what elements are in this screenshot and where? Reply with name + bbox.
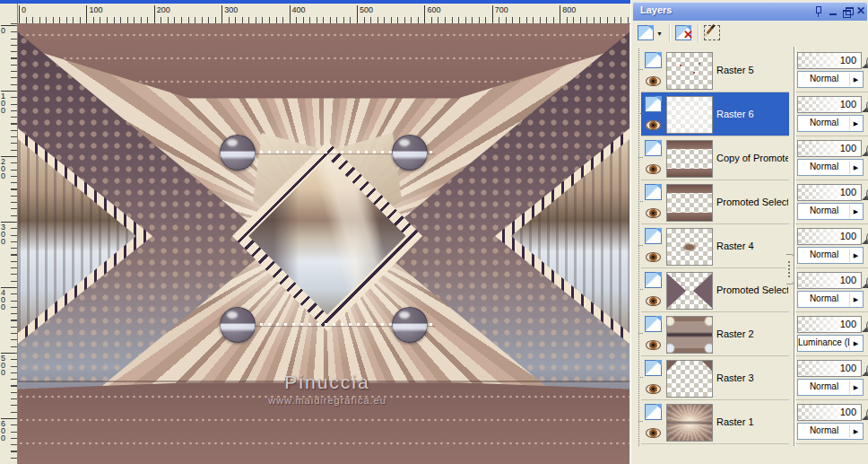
opacity-slider[interactable]: 100 — [797, 360, 862, 377]
blend-mode-value: Normal — [798, 250, 850, 259]
layer-row[interactable]: Raster 3 — [641, 356, 789, 400]
opacity-slider[interactable]: 100 — [797, 272, 862, 289]
layer-thumbnail[interactable] — [666, 360, 713, 398]
opacity-slider[interactable]: 100 — [797, 96, 862, 113]
layer-name-label: Raster 6 — [716, 92, 788, 136]
glass-sphere-ornament — [220, 307, 256, 343]
ruler-label: 3 0 0 — [1, 222, 15, 245]
layer-control-row: 100Normal▶ — [795, 92, 868, 136]
layer-visibility-eye-icon[interactable] — [646, 208, 661, 218]
blend-mode-arrow-icon[interactable]: ▶ — [849, 337, 862, 350]
palette-toolbar: ▼ ✕ — [633, 22, 867, 46]
opacity-value: 100 — [840, 55, 856, 66]
blend-mode-arrow-icon[interactable]: ▶ — [849, 73, 862, 86]
layer-controls-column: 100Normal▶100Normal▶100Normal▶100Normal▶… — [795, 48, 868, 446]
layer-thumbnail[interactable] — [666, 52, 713, 90]
blend-mode-select[interactable]: Normal▶ — [797, 247, 864, 264]
delete-x-glyph: ✕ — [683, 28, 693, 41]
opacity-slider[interactable]: 100 — [797, 184, 862, 201]
blend-mode-select[interactable]: Normal▶ — [797, 423, 864, 440]
toolbar-separator — [698, 24, 699, 42]
layer-name-label: Raster 1 — [716, 400, 788, 443]
blend-mode-arrow-icon[interactable]: ▶ — [849, 249, 862, 262]
layer-control-row: 100Normal▶ — [795, 400, 868, 444]
layer-name-label: Raster 3 — [716, 356, 788, 399]
pin-icon[interactable] — [812, 5, 824, 18]
layer-visibility-eye-icon[interactable] — [646, 120, 661, 130]
opacity-value: 100 — [840, 363, 856, 373]
ruler-label: 200 — [154, 5, 170, 22]
blend-mode-arrow-icon[interactable]: ▶ — [849, 381, 862, 394]
layer-visibility-eye-icon[interactable] — [646, 428, 661, 438]
opacity-slider[interactable]: 100 — [797, 140, 862, 157]
opacity-slider[interactable]: 100 — [797, 316, 862, 333]
blend-mode-arrow-icon[interactable]: ▶ — [849, 205, 862, 218]
layer-row[interactable]: Raster 1 — [641, 400, 789, 444]
chevron-down-icon[interactable]: ▼ — [656, 31, 663, 37]
layer-thumbnail[interactable] — [666, 140, 713, 178]
blend-mode-select[interactable]: Normal▶ — [797, 203, 864, 220]
layer-row[interactable]: Raster 4 — [641, 224, 789, 268]
edit-selection-button[interactable] — [703, 23, 726, 44]
layer-thumbnail[interactable] — [666, 184, 713, 222]
layer-visibility-eye-icon[interactable] — [646, 340, 661, 350]
image-canvas[interactable]: Pinuccia www.maidiregrafica.eu — [18, 23, 629, 464]
tree-guide — [638, 245, 643, 246]
tree-guide — [638, 289, 643, 290]
close-icon[interactable]: ✕ — [855, 5, 867, 18]
tree-guide — [638, 69, 643, 70]
layer-visibility-eye-icon[interactable] — [646, 252, 661, 262]
blend-mode-select[interactable]: Normal▶ — [797, 379, 864, 396]
layer-thumbnail[interactable] — [666, 228, 713, 266]
opacity-slider[interactable]: 100 — [797, 52, 862, 69]
new-layer-button[interactable]: ▼ — [637, 23, 660, 44]
blend-mode-arrow-icon[interactable]: ▶ — [849, 293, 862, 306]
blend-mode-arrow-icon[interactable]: ▶ — [849, 425, 862, 438]
ruler-label: 0 — [19, 5, 26, 22]
opacity-value: 100 — [840, 231, 856, 241]
layer-visibility-eye-icon[interactable] — [646, 76, 661, 86]
layer-row[interactable]: Promoted Selection 1 — [641, 268, 789, 312]
blend-mode-select[interactable]: Normal▶ — [797, 159, 864, 176]
splitter-grip[interactable] — [786, 254, 794, 285]
blend-mode-select[interactable]: Luminance (L)▶ — [797, 335, 864, 352]
layer-thumbnail[interactable] — [666, 316, 713, 354]
app-root: { "window": { "top_strip_color": "#2a5ad… — [0, 0, 868, 464]
layer-row[interactable]: Raster 5 — [641, 48, 789, 92]
delete-layer-button[interactable]: ✕ — [674, 23, 698, 44]
ruler-label: 500 — [357, 5, 373, 22]
tree-guide — [638, 157, 643, 158]
ruler-minor-ticks — [18, 17, 630, 23]
layer-visibility-eye-icon[interactable] — [646, 384, 661, 394]
palette-titlebar[interactable]: Layers ✕ — [633, 2, 867, 21]
blend-mode-value: Normal — [798, 74, 850, 83]
layer-thumbnail[interactable] — [666, 96, 713, 134]
layer-thumbnail[interactable] — [666, 404, 713, 442]
restore-icon[interactable] — [842, 5, 854, 18]
ruler-label: 0 — [1, 25, 15, 34]
layer-row[interactable]: Raster 2 — [641, 312, 789, 356]
layer-thumbnail[interactable] — [666, 272, 713, 310]
layer-name-label: Promoted Selection 1 — [716, 268, 788, 311]
vertical-ruler[interactable]: 01 0 02 0 03 0 04 0 05 0 06 0 0 — [0, 23, 18, 464]
blend-mode-value: Normal — [798, 293, 850, 303]
layer-row[interactable]: Raster 6 — [641, 92, 789, 136]
blend-mode-select[interactable]: Normal▶ — [797, 115, 864, 132]
blend-mode-select[interactable]: Normal▶ — [797, 71, 864, 88]
blend-mode-arrow-icon[interactable]: ▶ — [849, 117, 862, 130]
layer-row[interactable]: Copy of Promoted S — [641, 136, 789, 180]
blend-mode-value: Normal — [798, 206, 850, 215]
opacity-slider[interactable]: 100 — [797, 228, 862, 245]
layer-control-row: 100Luminance (L)▶ — [795, 312, 868, 356]
opacity-value: 100 — [840, 319, 856, 329]
opacity-value: 100 — [840, 275, 856, 285]
blend-mode-select[interactable]: Normal▶ — [797, 291, 864, 308]
layer-type-icon — [645, 404, 662, 420]
blend-mode-arrow-icon[interactable]: ▶ — [849, 161, 862, 174]
layer-row[interactable]: Promoted Selection — [641, 180, 789, 224]
horizontal-ruler[interactable]: 0100200300400500600700800 — [17, 4, 630, 24]
opacity-slider[interactable]: 100 — [797, 404, 862, 421]
layer-visibility-eye-icon[interactable] — [646, 164, 661, 174]
layer-visibility-eye-icon[interactable] — [646, 296, 661, 306]
minimize-icon[interactable] — [828, 5, 839, 18]
